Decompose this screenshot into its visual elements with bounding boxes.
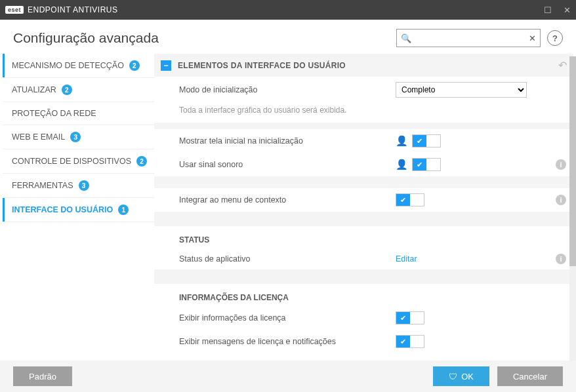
collapse-toggle-icon[interactable]: −	[161, 60, 171, 71]
sidebar-item-tools[interactable]: FERRAMENTAS 3	[3, 174, 154, 198]
sidebar-item-web-email[interactable]: WEB E EMAIL 3	[3, 125, 154, 149]
row-use-sound: Usar sinal sonoro 👤 ✔ i	[154, 153, 573, 176]
license-msg-toggle[interactable]: ✔	[396, 335, 424, 348]
page-title: Configuração avançada	[13, 30, 159, 46]
row-license-show: Exibir informações da licença ✔	[154, 306, 573, 330]
sidebar-item-network[interactable]: PROTEÇÃO DA REDE	[3, 102, 154, 125]
user-icon: 👤	[396, 135, 408, 147]
window-close-icon[interactable]: ✕	[564, 5, 571, 15]
license-show-toggle[interactable]: ✔	[396, 311, 424, 324]
brand-logo: eset	[5, 6, 24, 14]
info-icon[interactable]: i	[556, 159, 566, 170]
undo-icon[interactable]: ↶	[558, 59, 567, 71]
search-box[interactable]: 🔍 ✕	[396, 29, 541, 47]
license-show-label: Exibir informações da licença	[179, 313, 396, 323]
row-app-status: Status de aplicativo Editar i	[154, 248, 573, 269]
show-splash-toggle[interactable]: ✔	[412, 134, 441, 147]
license-msg-label: Exibir mensagens de licença e notificaçõ…	[179, 337, 396, 346]
info-icon[interactable]: i	[556, 195, 566, 205]
help-button[interactable]: ?	[547, 30, 563, 46]
footer: Padrão 🛡OK Cancelar	[0, 361, 576, 392]
app-brand: eset ENDPOINT ANTIVIRUS	[5, 5, 117, 14]
row-license-msg: Exibir mensagens de licença e notificaçõ…	[154, 330, 573, 353]
show-splash-label: Mostrar tela inicial na inicialização	[179, 136, 396, 146]
sidebar-badge: 3	[70, 132, 81, 142]
shield-icon: 🛡	[449, 372, 457, 382]
row-context-menu: Integrar ao menu de contexto ✔ i	[154, 188, 573, 212]
use-sound-label: Usar sinal sonoro	[179, 160, 396, 169]
context-menu-label: Integrar ao menu de contexto	[179, 195, 396, 205]
clear-search-icon[interactable]: ✕	[529, 33, 536, 43]
cancel-button[interactable]: Cancelar	[497, 366, 563, 386]
sidebar-item-detection[interactable]: MECANISMO DE DETECÇÃO 2	[3, 54, 154, 78]
startup-mode-hint: Toda a interface gráfica do usuário será…	[154, 103, 573, 123]
sidebar-item-label: PROTEÇÃO DA REDE	[12, 109, 96, 118]
search-input[interactable]	[414, 33, 529, 43]
use-sound-toggle[interactable]: ✔	[412, 158, 441, 171]
app-status-label: Status de aplicativo	[179, 254, 396, 264]
row-startup-mode: Modo de inicialização Completo	[154, 77, 573, 103]
user-icon: 👤	[396, 159, 408, 170]
brand-text: ENDPOINT ANTIVIRUS	[28, 5, 117, 14]
sidebar-item-label: WEB E EMAIL	[12, 132, 65, 142]
startup-mode-label: Modo de inicialização	[179, 85, 396, 94]
ok-button[interactable]: 🛡OK	[433, 366, 489, 386]
titlebar: eset ENDPOINT ANTIVIRUS ☐ ✕	[0, 0, 576, 20]
sidebar-badge: 2	[136, 156, 147, 167]
scrollbar-track[interactable]	[569, 56, 576, 361]
sidebar-item-label: FERRAMENTAS	[12, 181, 73, 190]
status-subhead: STATUS	[154, 226, 573, 248]
section-header-ui-elements: − ELEMENTOS DA INTERFACE DO USUÁRIO ↶	[154, 54, 573, 77]
app-status-edit-link[interactable]: Editar	[396, 254, 417, 264]
sidebar-item-label: INTERFACE DO USUÁRIO	[12, 205, 113, 214]
search-icon: 🔍	[401, 33, 411, 43]
sidebar-item-devices[interactable]: CONTROLE DE DISPOSITIVOS 2	[3, 149, 154, 174]
sidebar-item-label: MECANISMO DE DETECÇÃO	[12, 61, 124, 70]
sidebar-badge: 1	[118, 205, 129, 215]
sidebar-badge: 2	[129, 60, 140, 71]
sidebar-item-label: CONTROLE DE DISPOSITIVOS	[12, 157, 131, 166]
sidebar-badge: 2	[62, 85, 72, 95]
context-menu-toggle[interactable]: ✔	[396, 193, 424, 206]
sidebar: MECANISMO DE DETECÇÃO 2 ATUALIZAR 2 PROT…	[0, 54, 154, 358]
sidebar-badge: 3	[79, 180, 89, 191]
startup-mode-select[interactable]: Completo	[396, 82, 527, 98]
default-button[interactable]: Padrão	[13, 366, 72, 386]
license-subhead: INFORMAÇÕES DA LICENÇA	[154, 284, 573, 306]
scrollbar-thumb[interactable]	[569, 56, 576, 266]
header: Configuração avançada 🔍 ✕ ?	[0, 20, 576, 54]
section-title: ELEMENTOS DA INTERFACE DO USUÁRIO	[178, 61, 346, 70]
sidebar-item-label: ATUALIZAR	[12, 85, 56, 94]
content-panel: − ELEMENTOS DA INTERFACE DO USUÁRIO ↶ Mo…	[154, 54, 576, 358]
info-icon[interactable]: i	[556, 254, 566, 264]
window-maximize-icon[interactable]: ☐	[544, 5, 552, 15]
sidebar-item-ui[interactable]: INTERFACE DO USUÁRIO 1	[3, 198, 154, 222]
sidebar-item-update[interactable]: ATUALIZAR 2	[3, 78, 154, 102]
row-show-splash: Mostrar tela inicial na inicialização 👤 …	[154, 129, 573, 153]
